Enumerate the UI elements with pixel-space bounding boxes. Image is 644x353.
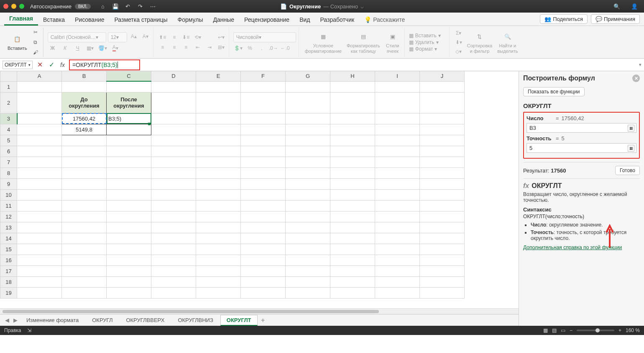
font-color-icon[interactable]: A▾	[110, 44, 120, 52]
cell-H19[interactable]	[330, 287, 375, 298]
chevron-down-icon[interactable]: ⌵	[360, 3, 364, 10]
view-break-icon[interactable]: ▭	[561, 327, 565, 333]
row-header[interactable]: 14	[0, 233, 17, 244]
cell-J10[interactable]	[420, 189, 465, 200]
row-header[interactable]: 18	[0, 276, 17, 287]
undo-icon[interactable]: ↶	[124, 3, 132, 10]
cell-C14[interactable]	[107, 233, 151, 244]
col-header[interactable]: A	[17, 71, 62, 81]
cell-I18[interactable]	[375, 276, 420, 287]
horizontal-scrollbar[interactable]	[0, 308, 519, 314]
cell-B7[interactable]	[62, 157, 107, 167]
home-icon[interactable]: ⌂	[99, 3, 107, 10]
cell-G17[interactable]	[286, 265, 330, 276]
cell-J2[interactable]	[420, 92, 465, 113]
comments-button[interactable]: 💬Примечания	[591, 14, 640, 24]
cell-C1[interactable]	[107, 81, 151, 92]
col-header[interactable]: B	[62, 71, 107, 81]
col-header[interactable]: I	[375, 71, 420, 81]
underline-icon[interactable]: Ч	[73, 44, 83, 52]
col-header[interactable]: H	[330, 71, 375, 81]
cell-F6[interactable]	[241, 146, 286, 157]
cell-E8[interactable]	[196, 167, 241, 178]
sheet-tab[interactable]: Изменение формата	[20, 315, 85, 325]
currency-icon[interactable]: 💲▾	[233, 44, 243, 52]
cell-G4[interactable]	[286, 124, 330, 135]
cell-J4[interactable]	[420, 124, 465, 135]
cell-G8[interactable]	[286, 167, 330, 178]
cell-J11[interactable]	[420, 200, 465, 211]
tab-formulas[interactable]: Формулы	[173, 14, 208, 26]
cell-H15[interactable]	[330, 244, 375, 255]
cell-F8[interactable]	[241, 167, 286, 178]
cell-F13[interactable]	[241, 222, 286, 233]
cell-G14[interactable]	[286, 233, 330, 244]
add-sheet-icon[interactable]: +	[258, 317, 268, 324]
cell-F4[interactable]	[241, 124, 286, 135]
cell-C8[interactable]	[107, 167, 151, 178]
cell-B11[interactable]	[62, 200, 107, 211]
cut-icon[interactable]: ✂︎	[31, 28, 41, 36]
fill-icon[interactable]: ⬇▾	[454, 38, 464, 46]
cell-A3[interactable]	[17, 113, 62, 124]
cell-I9[interactable]	[375, 178, 420, 189]
cell-F16[interactable]	[241, 255, 286, 265]
cell-C10[interactable]	[107, 189, 151, 200]
cell-I19[interactable]	[375, 287, 420, 298]
cell-B5[interactable]	[62, 135, 107, 146]
cell-D9[interactable]	[151, 178, 196, 189]
more-icon[interactable]: ⋯	[149, 3, 157, 10]
sort-filter-button[interactable]: ⇅Сортировка и фильтр	[465, 30, 494, 54]
cell-E18[interactable]	[196, 276, 241, 287]
share-button[interactable]: 👥Поделиться	[540, 14, 588, 24]
col-header[interactable]: E	[196, 71, 241, 81]
cell-I5[interactable]	[375, 135, 420, 146]
close-panel-icon[interactable]: ✕	[632, 75, 640, 82]
cell-B1[interactable]	[62, 81, 107, 92]
cell-B15[interactable]	[62, 244, 107, 255]
cell-G19[interactable]	[286, 287, 330, 298]
row-header[interactable]: 19	[0, 287, 17, 298]
cell-D7[interactable]	[151, 157, 196, 167]
cell-G12[interactable]	[286, 211, 330, 222]
cell-C17[interactable]	[107, 265, 151, 276]
cell-B19[interactable]	[62, 287, 107, 298]
cell-D13[interactable]	[151, 222, 196, 233]
increase-indent-icon[interactable]: ⇥	[204, 43, 215, 52]
cell-A18[interactable]	[17, 276, 62, 287]
italic-icon[interactable]: К	[60, 44, 70, 52]
paste-button[interactable]: 📋 Вставить	[6, 32, 29, 52]
cell-J7[interactable]	[420, 157, 465, 167]
clear-icon[interactable]: ◇▾	[454, 47, 464, 56]
cell-G11[interactable]	[286, 200, 330, 211]
cell-E5[interactable]	[196, 135, 241, 146]
minimize-window-icon[interactable]	[11, 4, 16, 9]
select-all-corner[interactable]	[0, 71, 17, 81]
cell-C4[interactable]	[107, 124, 151, 135]
arg1-input[interactable]: B3▦	[526, 123, 636, 133]
cell-G10[interactable]	[286, 189, 330, 200]
cell-I4[interactable]	[375, 124, 420, 135]
bold-icon[interactable]: Ж	[48, 44, 58, 52]
format-as-table-button[interactable]: ▤Форматировать как таблицу	[345, 30, 382, 54]
cell-H5[interactable]	[330, 135, 375, 146]
sheet-tab[interactable]: ОКРУГЛТ	[220, 315, 258, 326]
cell-G13[interactable]	[286, 222, 330, 233]
insert-cells-button[interactable]: ▦ Вставить ▾	[409, 33, 447, 39]
cell-B8[interactable]	[62, 167, 107, 178]
align-left-icon[interactable]: ≡	[158, 43, 168, 52]
cell-G18[interactable]	[286, 276, 330, 287]
sheet-nav-prev-icon[interactable]: ◀	[3, 317, 11, 323]
cell-E19[interactable]	[196, 287, 241, 298]
align-right-icon[interactable]: ≡	[181, 43, 191, 52]
cell-E9[interactable]	[196, 178, 241, 189]
cell-D6[interactable]	[151, 146, 196, 157]
comma-icon[interactable]: ,	[257, 44, 267, 52]
tab-developer[interactable]: Разработчик	[315, 14, 359, 26]
row-header[interactable]: 7	[0, 157, 17, 167]
cell-A8[interactable]	[17, 167, 62, 178]
cell-C12[interactable]	[107, 211, 151, 222]
align-center-icon[interactable]: ≡	[169, 43, 179, 52]
cell-A13[interactable]	[17, 222, 62, 233]
row-header[interactable]: 3	[0, 113, 17, 124]
